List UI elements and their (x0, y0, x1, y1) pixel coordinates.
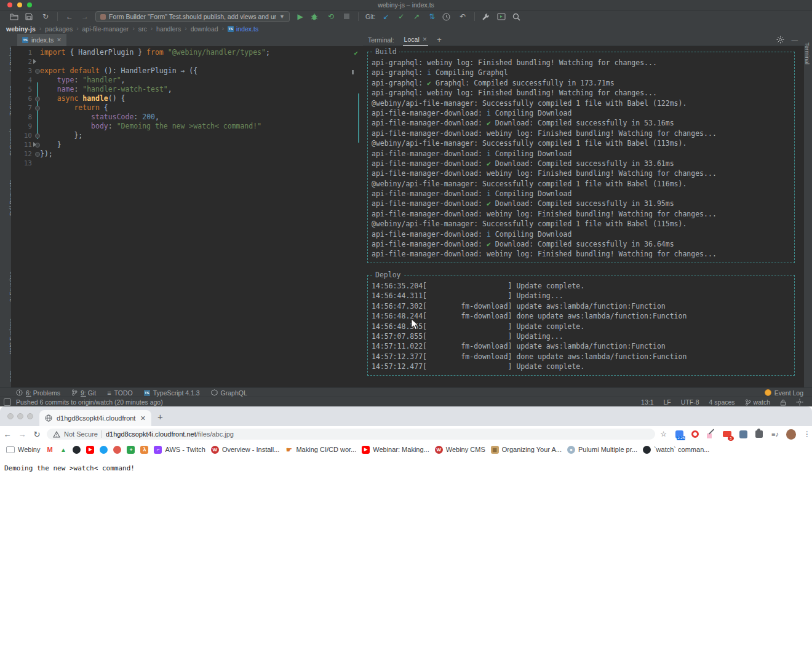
gear-icon[interactable] (796, 398, 803, 406)
close-terminal-tab-icon[interactable]: ✕ (423, 36, 428, 42)
reload-icon[interactable]: ↻ (30, 430, 44, 439)
event-log-button[interactable]: Event Log (765, 389, 812, 397)
graphql-status[interactable]: GraphQL (211, 389, 247, 397)
git-commit-icon[interactable]: ✓ (396, 12, 406, 22)
status-segment[interactable]: 4 spaces (709, 398, 735, 406)
forward-icon[interactable]: → (80, 12, 90, 22)
bookmark-item[interactable]: M (46, 446, 54, 454)
fold-marker[interactable] (35, 97, 40, 101)
search-everywhere-icon[interactable] (512, 13, 522, 21)
status-segment[interactable]: UTF-8 (681, 398, 699, 406)
status-segment[interactable]: LF (664, 398, 671, 406)
git-shelve-icon[interactable]: ⇅ (427, 12, 437, 22)
bookmark-item[interactable]: ▲ (59, 446, 67, 454)
breadcrumb-item[interactable]: handlers (156, 25, 181, 33)
code-editor[interactable]: 12345678910111213 import { HandlerPlugin… (11, 46, 363, 387)
eyedropper-extension-icon[interactable] (706, 429, 716, 439)
blue-badge-extension-icon[interactable]: 2.25 (674, 429, 684, 439)
debug-button[interactable] (311, 13, 320, 21)
git-update-icon[interactable]: ↙ (381, 12, 391, 22)
stop-button[interactable] (341, 12, 351, 22)
typescript-status[interactable]: TS TypeScript 4.1.3 (144, 389, 200, 397)
run-configuration-select[interactable]: Form Builder "Form" Test.should publish,… (95, 11, 290, 22)
bookmark-star-icon[interactable]: ☆ (660, 430, 667, 438)
browser-tab[interactable]: d1hgd8csopkt4i.cloudfront.ne ✕ (39, 410, 151, 426)
url-text[interactable]: d1hgd8csopkt4i.cloudfront.net/files/abc.… (106, 430, 234, 438)
mail-checker-extension-icon[interactable]: 5 (722, 429, 732, 439)
breadcrumb-item[interactable]: api-file-manager (82, 25, 129, 33)
tool-window-todo[interactable]: ≡ TODO (107, 389, 133, 397)
bookmark-item[interactable]: `watch` comman... (643, 446, 709, 454)
adblock-extension-icon[interactable] (690, 429, 700, 439)
browser-menu-icon[interactable]: ⋮ (802, 429, 812, 439)
tab-index-ts[interactable]: TS index.ts ✕ (17, 34, 66, 46)
playlist-extension-icon[interactable]: ≡♪ (770, 429, 780, 439)
git-branch-widget[interactable]: watch (745, 398, 770, 406)
run-button[interactable]: ▶ (295, 12, 305, 22)
bookmark-item[interactable]: λ (140, 446, 148, 454)
new-tab-button[interactable]: + (157, 411, 163, 422)
gutter-arrow-icon[interactable] (33, 59, 36, 64)
bookmark-item[interactable]: ⌐AWS - Twitch (154, 446, 205, 454)
breadcrumb-item[interactable]: webiny-js (6, 25, 36, 33)
forward-icon[interactable]: → (15, 430, 30, 439)
fold-marker[interactable] (35, 106, 40, 111)
fold-marker[interactable] (35, 133, 40, 138)
back-icon[interactable]: ← (65, 12, 74, 22)
ide-titlebar[interactable]: webiny-js – index.ts (0, 0, 812, 10)
open-icon[interactable] (10, 13, 20, 20)
address-bar[interactable]: Not Secure d1hgd8csopkt4i.cloudfront.net… (47, 429, 655, 440)
inspections-ok-icon[interactable]: ✔ (354, 49, 358, 57)
tool-window-switcher-icon[interactable] (4, 398, 11, 406)
git-push-icon[interactable]: ↗ (412, 12, 421, 22)
bookmark-item[interactable]: WWebiny CMS (435, 446, 485, 454)
zoom-window-button[interactable] (27, 413, 33, 419)
save-icon[interactable] (25, 13, 35, 20)
bookmark-item[interactable] (100, 446, 108, 454)
bookmark-item[interactable]: ▦Organizing Your A... (491, 446, 562, 454)
bookmark-item[interactable]: Webiny (6, 446, 40, 453)
profile-avatar[interactable] (786, 429, 796, 439)
rollback-icon[interactable]: ↶ (458, 12, 468, 22)
fold-marker[interactable] (35, 69, 40, 74)
close-tab-icon[interactable]: ✕ (57, 37, 62, 43)
code-content[interactable]: import { HandlerPlugin } from "@webiny/h… (40, 48, 363, 168)
tool-window-git[interactable]: 9: Git (71, 389, 96, 397)
back-icon[interactable]: ← (0, 430, 15, 439)
tool-window-terminal[interactable]: Terminal (804, 42, 811, 65)
history-icon[interactable] (442, 13, 452, 21)
run-anything-icon[interactable] (497, 13, 507, 20)
terminal-panel[interactable]: Build api-graphql: webiny log: Finished … (363, 46, 804, 387)
terminal-settings-icon[interactable] (776, 36, 784, 44)
close-tab-icon[interactable]: ✕ (140, 414, 146, 422)
breadcrumb-item[interactable]: TSindex.ts (228, 25, 258, 33)
extensions-puzzle-icon[interactable] (754, 429, 764, 439)
terminal-tab-local[interactable]: Local ✕ (403, 33, 429, 46)
minimize-window-button[interactable] (17, 413, 23, 419)
bookmark-item[interactable]: ☛Making CI/CD wor... (285, 446, 356, 454)
fold-marker[interactable] (35, 152, 40, 157)
breadcrumb-item[interactable]: src (138, 25, 147, 33)
wrench-icon[interactable] (482, 13, 492, 21)
bookmark-item[interactable] (73, 446, 81, 454)
sync-icon[interactable]: ↻ (41, 12, 50, 22)
tool-window-problems[interactable]: 6: Problems (16, 389, 60, 397)
breadcrumb-item[interactable]: packages (45, 25, 73, 33)
person-extension-icon[interactable] (738, 429, 748, 439)
status-segment[interactable]: 13:1 (641, 398, 653, 406)
bookmark-item[interactable]: ●Pulumi Multiple pr... (567, 446, 637, 454)
breadcrumb-item[interactable]: download (191, 25, 218, 33)
bookmark-item[interactable]: ▶ (86, 446, 94, 454)
run-with-coverage-button[interactable]: ⟲ (326, 12, 336, 22)
bookmark-item[interactable] (113, 446, 121, 454)
lock-icon[interactable] (780, 399, 786, 406)
hide-terminal-icon[interactable]: — (792, 36, 798, 44)
new-terminal-session-button[interactable]: + (437, 35, 442, 44)
gutter-arrow-icon[interactable] (33, 142, 36, 147)
bookmark-item[interactable]: WOverview - Install... (211, 446, 280, 454)
bookmark-item[interactable]: + (127, 446, 135, 454)
status-message[interactable]: Pushed 6 commits to origin/watch (20 min… (16, 398, 163, 406)
close-window-button[interactable] (7, 413, 14, 419)
security-label[interactable]: Not Secure (64, 430, 98, 438)
bookmark-item[interactable]: ▶Webinar: Making... (362, 446, 429, 454)
